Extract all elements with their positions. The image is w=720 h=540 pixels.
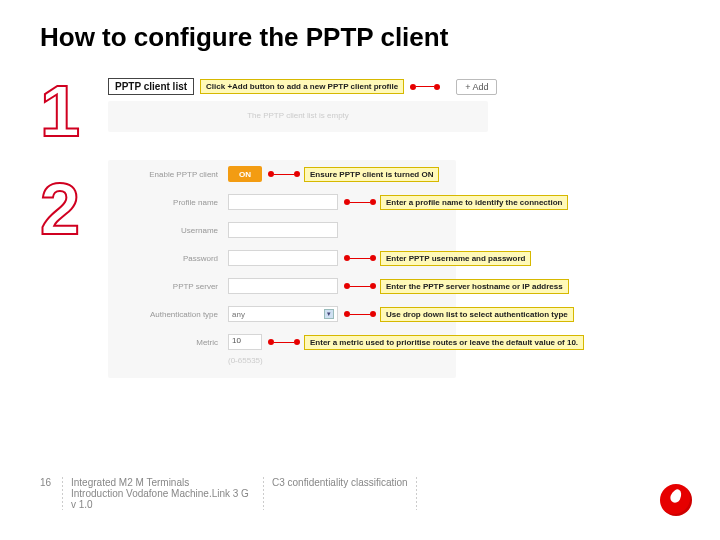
label-server: PPTP server bbox=[108, 282, 228, 291]
label-enable: Enable PPTP client bbox=[108, 170, 228, 179]
label-profile: Profile name bbox=[108, 198, 228, 207]
row-username: Username bbox=[108, 216, 698, 244]
enable-toggle[interactable]: ON bbox=[228, 166, 262, 182]
page-number: 16 bbox=[40, 477, 62, 488]
label-username: Username bbox=[108, 226, 228, 235]
callout-server: Enter the PPTP server hostname or IP add… bbox=[380, 279, 569, 294]
row-profile: Profile name Enter a profile name to ide… bbox=[108, 188, 698, 216]
row-server: PPTP server Enter the PPTP server hostna… bbox=[108, 272, 698, 300]
step-number-2: 2 bbox=[40, 168, 80, 250]
metric-input[interactable]: 10 bbox=[228, 334, 262, 350]
callout-auth: Use drop down list to select authenticat… bbox=[380, 307, 574, 322]
auth-selected-value: any bbox=[232, 310, 245, 319]
row-enable: Enable PPTP client ON Ensure PPTP client… bbox=[108, 160, 698, 188]
callout-enable: Ensure PPTP client is turned ON bbox=[304, 167, 439, 182]
server-input[interactable] bbox=[228, 278, 338, 294]
section-1: PPTP client list Click +Add button to ad… bbox=[108, 78, 698, 132]
label-metric: Metric bbox=[108, 338, 228, 347]
slide-title: How to configure the PPTP client bbox=[40, 22, 686, 53]
callout-add: Click +Add button to add a new PPTP clie… bbox=[200, 79, 404, 94]
row-password: Password Enter PPTP username and passwor… bbox=[108, 244, 698, 272]
row-metric: Metric 10 Enter a metric used to priorit… bbox=[108, 328, 698, 356]
row-auth: Authentication type any ▾ Use drop down … bbox=[108, 300, 698, 328]
add-button[interactable]: + Add bbox=[456, 79, 497, 95]
step-number-1: 1 bbox=[40, 70, 80, 152]
password-input[interactable] bbox=[228, 250, 338, 266]
label-auth: Authentication type bbox=[108, 310, 228, 319]
empty-list-text: The PPTP client list is empty bbox=[108, 101, 488, 132]
chevron-down-icon: ▾ bbox=[324, 309, 334, 319]
slide-footer: 16 Integrated M2 M Terminals Introductio… bbox=[40, 477, 680, 510]
label-password: Password bbox=[108, 254, 228, 263]
username-input[interactable] bbox=[228, 222, 338, 238]
footer-col-1: Integrated M2 M Terminals Introduction V… bbox=[63, 477, 263, 510]
callout-profile: Enter a profile name to identify the con… bbox=[380, 195, 568, 210]
panel-title: PPTP client list bbox=[108, 78, 194, 95]
callout-metric: Enter a metric used to prioritise routes… bbox=[304, 335, 584, 350]
arrow-to-add bbox=[410, 84, 440, 90]
profile-input[interactable] bbox=[228, 194, 338, 210]
callout-password: Enter PPTP username and password bbox=[380, 251, 531, 266]
metric-range-hint: (0-65535) bbox=[228, 356, 698, 365]
auth-select[interactable]: any ▾ bbox=[228, 306, 338, 322]
vodafone-logo-icon bbox=[660, 484, 692, 516]
section-2: Enable PPTP client ON Ensure PPTP client… bbox=[108, 160, 698, 365]
footer-col-2: C3 confidentiality classification bbox=[264, 477, 416, 488]
